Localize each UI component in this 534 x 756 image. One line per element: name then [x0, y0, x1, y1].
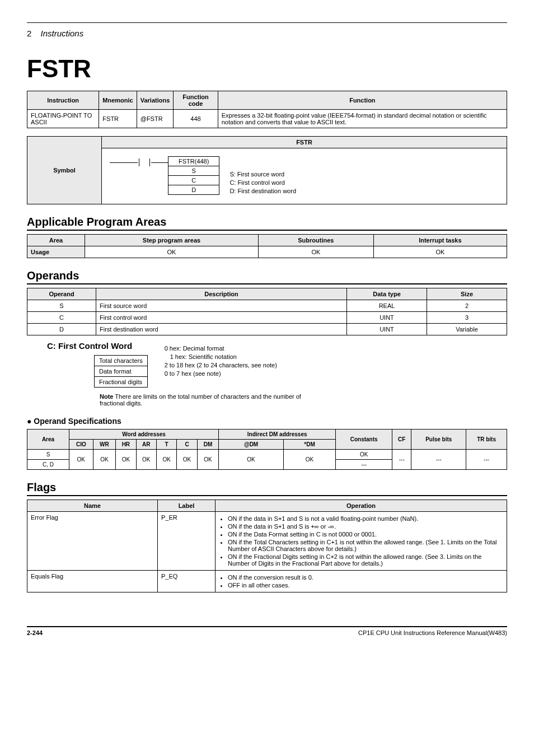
section-operands: Operands	[27, 269, 507, 284]
th-sub: WR	[93, 440, 116, 450]
box-row: S	[168, 166, 219, 175]
th-instruction: Instruction	[27, 91, 99, 110]
th-function: Function	[218, 91, 507, 110]
chapter-heading: 2 Instructions	[27, 25, 507, 38]
symbol-diagram: FSTR(448) S C D S: First source word C: …	[102, 148, 507, 204]
box-row: FSTR(448)	[168, 157, 219, 166]
table-row: Equals Flag P_EQ ON if the conversion re…	[27, 571, 507, 592]
flags-table: Name Label Operation Error Flag P_ER ON …	[27, 500, 507, 592]
flag-ops: ON if the conversion result is 0. OFF in…	[216, 571, 507, 592]
label-d: D: First destination word	[229, 188, 296, 194]
summary-table: Instruction Mnemonic Variations Function…	[27, 91, 507, 128]
cell: OK	[136, 450, 156, 470]
cell: ---	[466, 450, 507, 470]
cell: S	[27, 450, 69, 460]
page-number: 2-244	[27, 629, 43, 636]
label-c: C: First control word	[229, 179, 296, 186]
ctrl-value: 0 to 7 hex (see note)	[165, 370, 277, 377]
flag-label: P_EQ	[158, 571, 216, 592]
chapter-number: 2	[27, 29, 31, 38]
flag-name: Equals Flag	[27, 571, 158, 592]
th-operand: Operand	[27, 288, 96, 300]
cell-mnemonic: FSTR	[99, 110, 137, 128]
cell-variations: @FSTR	[137, 110, 174, 128]
th-variations: Variations	[137, 91, 174, 110]
table-row: S OK OK OK OK OK OK OK OK OK OK --- --- …	[27, 450, 507, 460]
operand-labels: S: First source word C: First control wo…	[229, 156, 296, 196]
th-mnemonic: Mnemonic	[99, 91, 137, 110]
opspec-table: Area Word addresses Indirect DM addresse…	[27, 429, 507, 470]
op-item: OFF in all other cases.	[228, 582, 503, 589]
areas-table: Area Step program areas Subroutines Inte…	[27, 234, 507, 258]
th-sub: Subroutines	[259, 235, 374, 246]
th-name: Name	[27, 500, 158, 512]
manual-title: CP1E CPU Unit Instructions Reference Man…	[358, 629, 507, 636]
table-row: Error Flag P_ER ON if the data in S+1 an…	[27, 512, 507, 571]
cell: OK	[116, 450, 136, 470]
cell: Variable	[427, 324, 507, 335]
cell: OK	[219, 450, 284, 470]
th-op: Operation	[216, 500, 507, 512]
th-pb: Pulse bits	[411, 430, 466, 450]
th-word: Word addresses	[69, 430, 219, 440]
cell: OK	[197, 450, 218, 470]
cell: OK	[177, 450, 197, 470]
symbol-label: Symbol	[27, 137, 102, 204]
ctrl-field: Total characters	[95, 356, 147, 366]
th-area: Area	[27, 235, 85, 246]
opspec-title: Operand Specifications	[27, 417, 507, 426]
th-sub: @DM	[219, 440, 284, 450]
cell: OK	[373, 246, 507, 258]
control-word-diagram: Total characters Data format Fractional …	[94, 355, 507, 388]
cell: OK	[336, 450, 392, 460]
ctrl-values: 0 hex: Decimal format 1 hex: Scientific …	[165, 355, 277, 379]
cell: REAL	[347, 300, 427, 312]
ctrl-fields: Total characters Data format Fractional …	[94, 355, 148, 388]
cell: ---	[336, 460, 392, 470]
ctrl-field: Data format	[95, 366, 147, 377]
cell: First source word	[96, 300, 347, 312]
cell: OK	[156, 450, 176, 470]
op-item: ON if the Total Characters setting in C+…	[228, 539, 503, 552]
th-label: Label	[158, 500, 216, 512]
page-footer: 2-244 CP1E CPU Unit Instructions Referen…	[27, 626, 507, 636]
cell: UINT	[347, 324, 427, 335]
control-word-title: C: First Control Word	[47, 341, 507, 351]
cell: C, D	[27, 460, 69, 470]
label-s: S: First source word	[229, 171, 296, 178]
ctrl-value: 1 hex: Scientific notation	[170, 353, 277, 360]
th-tr: TR bits	[466, 430, 507, 450]
th-function-code: Function code	[174, 91, 218, 110]
chapter-title: Instructions	[41, 29, 84, 38]
op-item: ON if the data in S+1 and S is not a val…	[228, 515, 503, 522]
th-sub: DM	[197, 440, 218, 450]
ctrl-value: 2 to 18 hex (2 to 24 characters, see not…	[165, 362, 277, 368]
th-int: Interrupt tasks	[373, 235, 507, 246]
cell: OK	[283, 450, 335, 470]
th-indirect: Indirect DM addresses	[219, 430, 336, 440]
th-sub: *DM	[283, 440, 335, 450]
th-sub: AR	[136, 440, 156, 450]
th-area: Area	[27, 430, 69, 450]
table-row: C First control word UINT 3	[27, 312, 507, 324]
flag-name: Error Flag	[27, 512, 158, 571]
th-desc: Description	[96, 288, 347, 300]
cell: 2	[427, 300, 507, 312]
th-sub: HR	[116, 440, 136, 450]
cell: OK	[85, 246, 259, 258]
cell: OK	[69, 450, 93, 470]
th-sub: C	[177, 440, 197, 450]
cell: ---	[392, 450, 411, 470]
cell: 3	[427, 312, 507, 324]
note-text: There are limits on the total number of …	[100, 393, 301, 407]
op-item: ON if the conversion result is 0.	[228, 574, 503, 581]
section-flags: Flags	[27, 481, 507, 496]
cell-instruction: FLOATING-POINT TO ASCII	[27, 110, 99, 128]
box-row: D	[168, 185, 219, 194]
table-row: Usage OK OK OK	[27, 246, 507, 258]
ladder-box: FSTR(448) S C D	[168, 156, 219, 195]
row-label: Usage	[27, 246, 85, 258]
cell: OK	[93, 450, 116, 470]
cell: S	[27, 300, 96, 312]
table-row: D First destination word UINT Variable	[27, 324, 507, 335]
